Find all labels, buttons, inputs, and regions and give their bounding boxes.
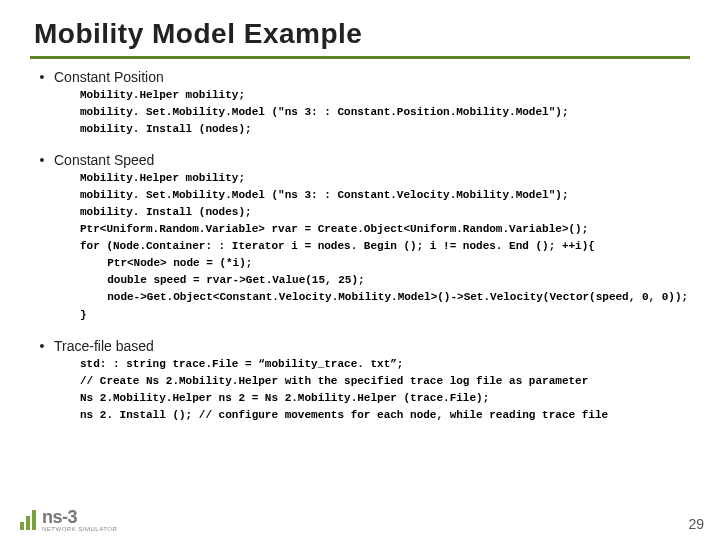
slide: Mobility Model Example • Constant Positi…: [0, 0, 720, 540]
page-title: Mobility Model Example: [34, 18, 690, 50]
section-label: Constant Speed: [54, 152, 154, 168]
page-number: 29: [688, 516, 704, 532]
section-constant-position: • Constant Position Mobility.Helper mobi…: [30, 69, 690, 138]
section-trace-file: • Trace-file based std: : string trace.F…: [30, 338, 690, 424]
code-block: Mobility.Helper mobility; mobility. Set.…: [80, 87, 690, 138]
logo-bars-icon: [20, 510, 36, 530]
content-area: • Constant Position Mobility.Helper mobi…: [30, 69, 690, 424]
code-block: std: : string trace.File = “mobility_tra…: [80, 356, 690, 424]
ns3-logo: ns-3 NETWORK SIMULATOR: [20, 507, 117, 532]
title-divider: [30, 56, 690, 59]
section-label: Constant Position: [54, 69, 164, 85]
bullet-icon: •: [30, 338, 54, 354]
code-block: Mobility.Helper mobility; mobility. Set.…: [80, 170, 690, 323]
footer: ns-3 NETWORK SIMULATOR 29: [20, 507, 704, 532]
section-label: Trace-file based: [54, 338, 154, 354]
bullet-icon: •: [30, 69, 54, 85]
logo-text: ns-3: [42, 507, 117, 528]
section-constant-speed: • Constant Speed Mobility.Helper mobilit…: [30, 152, 690, 323]
bullet-icon: •: [30, 152, 54, 168]
logo-subtitle: NETWORK SIMULATOR: [42, 526, 117, 532]
